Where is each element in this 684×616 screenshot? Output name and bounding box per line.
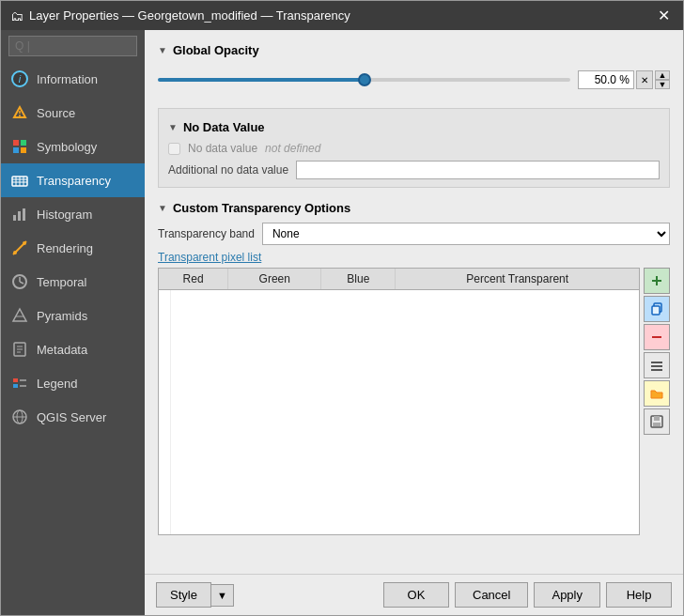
add-row-button[interactable] <box>644 268 670 294</box>
remove-row-button[interactable] <box>644 324 670 350</box>
style-dropdown-button[interactable]: ▼ <box>211 584 234 607</box>
folder-button[interactable] <box>644 380 670 407</box>
svg-rect-46 <box>654 416 660 421</box>
main-window: 🗂 Layer Properties — Georgetown_modified… <box>0 0 684 616</box>
sidebar-item-information[interactable]: i Information <box>1 62 145 96</box>
pixel-table: Red Green Blue Percent Transparent <box>159 269 639 534</box>
sidebar-item-label: Pyramids <box>37 309 87 323</box>
action-buttons: OK Cancel Apply Help <box>383 582 672 608</box>
edit-row-button[interactable] <box>644 352 670 378</box>
save-button[interactable] <box>644 408 670 435</box>
svg-rect-30 <box>13 378 18 382</box>
no-data-header: ▼ No Data Value <box>168 120 660 134</box>
title-bar: 🗂 Layer Properties — Georgetown_modified… <box>1 1 683 30</box>
legend-icon <box>10 374 29 393</box>
opacity-value-box: ✕ ▲ ▼ <box>578 70 670 89</box>
rendering-icon <box>10 239 29 257</box>
source-icon <box>10 103 29 122</box>
sidebar-item-label: Temporal <box>37 275 86 289</box>
sidebar-item-label: QGIS Server <box>37 410 106 424</box>
sidebar-item-rendering[interactable]: Rendering <box>1 231 145 265</box>
svg-line-23 <box>20 282 23 284</box>
transparent-pixel-list-label[interactable]: Transparent pixel list <box>158 251 670 264</box>
style-button[interactable]: Style <box>156 582 211 608</box>
pixel-table-body <box>159 290 228 534</box>
sidebar-item-source[interactable]: Source <box>1 96 145 130</box>
table-area: Red Green Blue Percent Transparent <box>158 268 670 535</box>
additional-row: Additional no data value <box>168 161 660 179</box>
opacity-clear-button[interactable]: ✕ <box>636 70 653 89</box>
svg-point-19 <box>13 251 17 254</box>
additional-no-data-input[interactable] <box>296 161 660 179</box>
svg-rect-44 <box>651 369 662 371</box>
svg-rect-40 <box>652 306 660 315</box>
no-data-label: No data value <box>188 142 257 155</box>
global-opacity-section: ▼ Global Opacity ✕ ▲ ▼ <box>158 43 670 95</box>
svg-rect-17 <box>23 208 25 221</box>
information-icon: i <box>10 69 29 88</box>
sidebar-item-metadata[interactable]: Metadata <box>1 332 145 366</box>
sidebar-item-transparency[interactable]: Transparency <box>1 163 145 197</box>
sidebar-item-histogram[interactable]: Histogram <box>1 197 145 231</box>
opacity-spin-up[interactable]: ▲ <box>655 70 670 80</box>
bottom-bar: Style ▼ OK Cancel Apply Help <box>145 574 683 615</box>
sidebar-item-label: Rendering <box>37 241 93 255</box>
svg-marker-24 <box>13 309 26 321</box>
band-label: Transparency band <box>158 227 255 240</box>
sidebar-item-temporal[interactable]: Temporal <box>1 265 145 299</box>
custom-transparency-section: ▼ Custom Transparency Options Transparen… <box>158 201 670 535</box>
copy-row-button[interactable] <box>644 296 670 322</box>
no-data-value: not defined <box>265 142 320 155</box>
svg-rect-16 <box>18 211 21 221</box>
opacity-spin-down[interactable]: ▼ <box>655 80 670 89</box>
global-opacity-header: ▼ Global Opacity <box>158 43 670 57</box>
close-button[interactable]: ✕ <box>654 7 674 24</box>
sidebar-item-legend[interactable]: Legend <box>1 366 145 400</box>
additional-label: Additional no data value <box>168 163 288 177</box>
svg-rect-5 <box>13 140 19 146</box>
slider-row: ✕ ▲ ▼ <box>158 65 670 95</box>
custom-transparency-header: ▼ Custom Transparency Options <box>158 201 670 215</box>
svg-rect-31 <box>13 384 18 388</box>
custom-collapse[interactable]: ▼ <box>158 203 167 213</box>
transparency-band-select[interactable]: None <box>262 223 670 245</box>
opacity-slider[interactable] <box>158 78 570 82</box>
no-data-section: ▼ No Data Value No data value not define… <box>158 108 670 188</box>
qgis-server-icon <box>10 408 29 426</box>
svg-rect-7 <box>13 147 19 153</box>
col-blue: Blue <box>321 269 396 290</box>
apply-button[interactable]: Apply <box>534 582 600 608</box>
no-data-checkbox[interactable] <box>168 143 180 155</box>
sidebar-item-label: Legend <box>37 377 77 391</box>
sidebar-item-qgis-server[interactable]: QGIS Server <box>1 400 145 434</box>
global-opacity-title: Global Opacity <box>173 43 259 57</box>
col-red: Red <box>159 269 228 290</box>
window-icon: 🗂 <box>10 8 23 23</box>
ok-button[interactable]: OK <box>383 582 449 608</box>
sidebar: i Information Source Symbology <box>1 30 145 615</box>
cancel-button[interactable]: Cancel <box>455 582 528 608</box>
help-button[interactable]: Help <box>606 582 672 608</box>
no-data-collapse[interactable]: ▼ <box>168 122 178 132</box>
title-bar-left: 🗂 Layer Properties — Georgetown_modified… <box>10 8 350 23</box>
sidebar-item-label: Information <box>37 72 98 86</box>
sidebar-item-label: Metadata <box>37 343 87 357</box>
pixel-table-wrap: Red Green Blue Percent Transparent <box>158 268 640 535</box>
sidebar-item-label: Histogram <box>37 208 92 222</box>
sidebar-item-label: Source <box>37 106 75 120</box>
sidebar-item-symbology[interactable]: Symbology <box>1 130 145 163</box>
metadata-icon <box>10 340 29 359</box>
sidebar-item-pyramids[interactable]: Pyramids <box>1 299 145 332</box>
pixel-table-head: Red Green Blue Percent Transparent <box>159 269 639 290</box>
search-input[interactable] <box>8 36 137 56</box>
col-green: Green <box>228 269 321 290</box>
sidebar-item-label: Symbology <box>37 140 97 154</box>
main-content: i Information Source Symbology <box>1 30 683 615</box>
opacity-value-input[interactable] <box>578 70 634 89</box>
right-panel: ▼ Global Opacity ✕ ▲ ▼ <box>145 30 683 615</box>
panel-body: ▼ Global Opacity ✕ ▲ ▼ <box>145 30 683 574</box>
symbology-icon <box>10 137 29 156</box>
svg-rect-8 <box>21 147 26 153</box>
no-data-row: No data value not defined <box>168 142 660 155</box>
collapse-triangle[interactable]: ▼ <box>158 45 167 55</box>
